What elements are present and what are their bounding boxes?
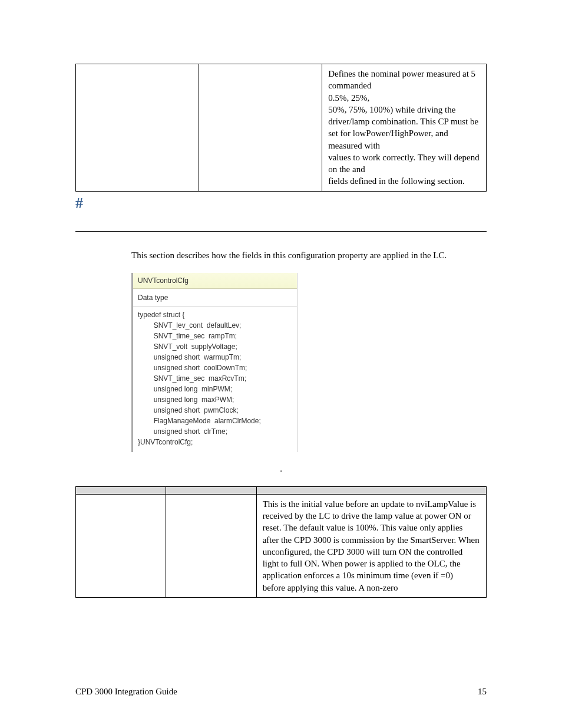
power-row-c2 — [199, 64, 322, 192]
fields-row1-c3: This is the initial value before an upda… — [256, 494, 486, 597]
fields-th1 — [76, 486, 166, 494]
fields-table: This is the initial value before an upda… — [75, 486, 487, 598]
figure-caption: . — [75, 463, 487, 473]
struct-datatype-label: Data type — [133, 289, 297, 307]
section-divider — [75, 231, 487, 232]
section-intro-text: This section describes how the fields in… — [131, 249, 487, 261]
struct-code: typedef struct { SNVT_lev_cont defaultLe… — [133, 307, 297, 452]
heading-hash: # — [75, 193, 487, 213]
page-footer: CPD 3000 Integration Guide 15 — [75, 686, 487, 697]
power-row-c1 — [76, 64, 199, 192]
fields-row1-c2 — [166, 494, 256, 597]
footer-page-number: 15 — [478, 686, 487, 697]
fields-th3 — [256, 486, 486, 494]
power-table: Defines the nominal power measured at 5 … — [75, 64, 487, 192]
power-row-c3: Defines the nominal power measured at 5 … — [322, 64, 487, 192]
footer-title: CPD 3000 Integration Guide — [75, 686, 177, 697]
fields-th2 — [166, 486, 256, 494]
fields-row1-c1 — [76, 494, 166, 597]
struct-definition-figure: UNVTcontrolCfg Data type typedef struct … — [131, 273, 297, 452]
struct-title: UNVTcontrolCfg — [133, 273, 297, 289]
